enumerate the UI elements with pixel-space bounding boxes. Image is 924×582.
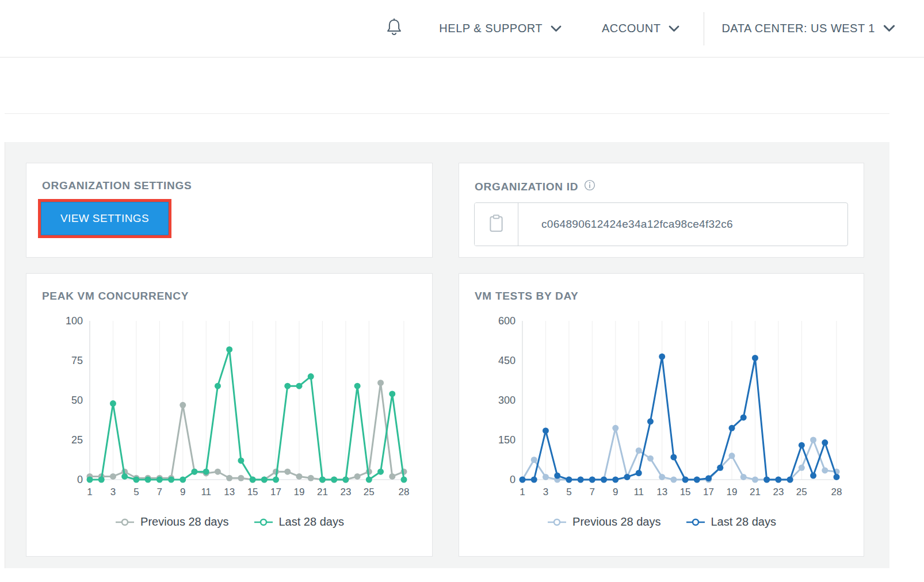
svg-text:0: 0 <box>510 474 516 485</box>
data-center-label: DATA CENTER: US WEST 1 <box>721 22 875 35</box>
svg-text:28: 28 <box>399 487 410 497</box>
svg-text:9: 9 <box>180 487 185 497</box>
legend-last-28-days: Last 28 days <box>685 515 776 529</box>
organization-id-value: c064890612424e34a12fca98ce4f32c6 <box>541 218 733 231</box>
section-divider <box>5 113 889 114</box>
nav-divider <box>704 12 704 45</box>
svg-text:7: 7 <box>157 487 162 497</box>
svg-text:25: 25 <box>796 487 807 497</box>
svg-text:11: 11 <box>201 487 211 497</box>
peak-vm-concurrency-card: PEAK VM CONCURRENCY 02550751001357911131… <box>26 273 433 557</box>
svg-text:1: 1 <box>87 487 92 497</box>
svg-text:7: 7 <box>590 487 595 497</box>
svg-text:3: 3 <box>543 487 548 497</box>
legend-label: Last 28 days <box>279 515 344 529</box>
svg-text:600: 600 <box>498 315 516 327</box>
svg-text:19: 19 <box>727 487 738 497</box>
legend-previous-28-days: Previous 28 days <box>547 515 660 529</box>
organization-id-title-text: ORGANIZATION ID <box>475 181 578 193</box>
line-circle-marker-icon <box>685 518 706 527</box>
svg-text:5: 5 <box>133 487 139 497</box>
organization-id-title: ORGANIZATION ID <box>475 179 864 194</box>
vm-tests-by-day-chart: 015030045060013579111315171921232528 <box>489 313 846 503</box>
legend-label: Previous 28 days <box>572 515 660 529</box>
svg-text:13: 13 <box>224 487 235 497</box>
svg-text:21: 21 <box>317 487 328 497</box>
svg-text:5: 5 <box>566 487 571 497</box>
notifications-button[interactable] <box>385 17 403 40</box>
svg-text:28: 28 <box>831 487 842 497</box>
organization-settings-title: ORGANIZATION SETTINGS <box>42 179 432 192</box>
peak-vm-concurrency-title-text: PEAK VM CONCURRENCY <box>42 290 189 303</box>
help-support-menu[interactable]: HELP & SUPPORT <box>439 22 562 35</box>
svg-text:1: 1 <box>520 487 525 497</box>
vm-tests-by-day-title: VM TESTS BY DAY <box>475 290 864 303</box>
peak-vm-concurrency-title: PEAK VM CONCURRENCY <box>42 290 432 303</box>
copy-to-clipboard-button[interactable] <box>475 203 518 246</box>
svg-text:75: 75 <box>71 355 83 366</box>
chevron-down-icon <box>669 22 679 35</box>
legend-label: Last 28 days <box>711 515 776 529</box>
info-icon[interactable] <box>584 179 595 194</box>
svg-text:3: 3 <box>110 487 116 497</box>
peak-chart-legend: Previous 28 days Last 28 days <box>26 515 432 529</box>
svg-text:17: 17 <box>270 487 281 497</box>
bell-icon <box>385 17 403 40</box>
svg-text:13: 13 <box>656 487 667 497</box>
svg-text:17: 17 <box>703 487 714 497</box>
annotation-highlight-box: VIEW SETTINGS <box>38 199 171 238</box>
svg-text:11: 11 <box>633 487 644 497</box>
chevron-down-icon <box>551 22 562 35</box>
help-support-label: HELP & SUPPORT <box>439 22 543 35</box>
account-label: ACCOUNT <box>602 22 660 35</box>
svg-text:23: 23 <box>773 487 784 497</box>
account-menu[interactable]: ACCOUNT <box>602 22 679 35</box>
data-center-menu[interactable]: DATA CENTER: US WEST 1 <box>721 22 895 35</box>
svg-text:450: 450 <box>498 355 516 366</box>
svg-text:21: 21 <box>750 487 761 497</box>
clipboard-icon <box>488 214 504 235</box>
svg-text:25: 25 <box>71 434 83 446</box>
organization-id-field[interactable]: c064890612424e34a12fca98ce4f32c6 <box>474 202 848 246</box>
vm-tests-by-day-title-text: VM TESTS BY DAY <box>475 290 579 303</box>
legend-last-28-days: Last 28 days <box>253 515 344 529</box>
organization-id-card: ORGANIZATION ID c064890612424e34a12fca98… <box>459 163 864 258</box>
legend-label: Previous 28 days <box>140 515 228 529</box>
svg-text:23: 23 <box>340 487 351 497</box>
legend-previous-28-days: Previous 28 days <box>114 515 228 529</box>
vm-tests-chart-legend: Previous 28 days Last 28 days <box>459 515 864 529</box>
svg-text:25: 25 <box>364 487 375 497</box>
svg-text:0: 0 <box>77 474 83 485</box>
svg-text:100: 100 <box>66 315 83 327</box>
line-circle-marker-icon <box>114 518 135 527</box>
chevron-down-icon <box>883 22 895 35</box>
svg-text:300: 300 <box>498 395 516 406</box>
organization-settings-card: ORGANIZATION SETTINGS VIEW SETTINGS <box>26 163 433 258</box>
svg-text:15: 15 <box>247 487 258 497</box>
line-circle-marker-icon <box>253 518 274 527</box>
peak-vm-concurrency-chart: 025507510013579111315171921232528 <box>56 313 413 503</box>
view-settings-button[interactable]: VIEW SETTINGS <box>41 202 169 235</box>
svg-text:9: 9 <box>613 487 618 497</box>
vm-tests-by-day-card: VM TESTS BY DAY 015030045060013579111315… <box>459 273 864 557</box>
line-circle-marker-icon <box>547 518 567 527</box>
svg-text:19: 19 <box>294 487 305 497</box>
organization-settings-title-text: ORGANIZATION SETTINGS <box>42 179 192 192</box>
svg-text:15: 15 <box>680 487 691 497</box>
top-nav-bar: HELP & SUPPORT ACCOUNT DATA CENTER: US W… <box>0 0 924 58</box>
svg-text:150: 150 <box>498 434 516 446</box>
svg-text:50: 50 <box>71 395 83 406</box>
